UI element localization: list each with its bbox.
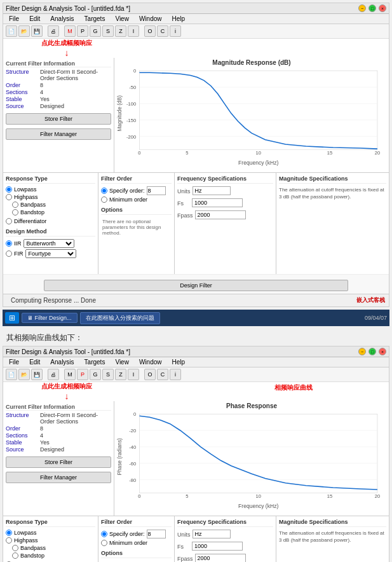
rt-lowpass-radio[interactable]: [6, 186, 12, 193]
b-tb-pole[interactable]: Z: [115, 369, 126, 380]
bottom-minimize-btn[interactable]: −: [358, 348, 366, 355]
svg-text:Phase (radians): Phase (radians): [116, 438, 122, 475]
b-rt-bandpass-radio[interactable]: [12, 545, 18, 551]
tb-coeff[interactable]: C: [157, 25, 168, 37]
b-menu-targets[interactable]: Targets: [83, 358, 107, 366]
b-tb-grp[interactable]: G: [90, 369, 101, 380]
b-tb-step[interactable]: S: [102, 369, 114, 380]
store-filter-btn[interactable]: Store Filter: [6, 113, 111, 125]
b-tb-info[interactable]: i: [170, 369, 181, 380]
taskbar-app[interactable]: 🖥 Filter Design...: [22, 313, 78, 323]
svg-text:5: 5: [186, 494, 188, 500]
b-order-value: 8: [40, 425, 43, 432]
b-menu-window[interactable]: Window: [137, 358, 164, 366]
menu-edit[interactable]: Edit: [27, 15, 42, 23]
b-tb-save[interactable]: 💾: [31, 369, 43, 380]
fo-specify-radio[interactable]: [101, 188, 107, 194]
b-rt-highpass-radio[interactable]: [6, 537, 12, 544]
b-sections-value: 4: [40, 432, 43, 439]
b-tb-new[interactable]: 📄: [6, 369, 17, 380]
tb-new[interactable]: 📄: [6, 25, 17, 37]
b-units-input[interactable]: [193, 530, 231, 538]
b-rt-bandstop-radio[interactable]: [12, 552, 18, 559]
rt-highpass-radio[interactable]: [6, 194, 12, 200]
menu-analysis[interactable]: Analysis: [48, 15, 76, 23]
b-mag-spec-col: Magnitude Specifications The attenuation…: [276, 516, 389, 562]
tb-info[interactable]: i: [170, 25, 181, 37]
tb-save[interactable]: 💾: [31, 25, 43, 37]
b-tb-mag[interactable]: M: [64, 369, 76, 380]
svg-text:0: 0: [138, 494, 140, 500]
filter-design-panel: Response Type Lowpass Highpass Bandpass …: [3, 172, 389, 274]
bottom-titlebar: Filter Design & Analysis Tool - [untitle…: [3, 346, 389, 357]
tb-phase[interactable]: P: [77, 25, 88, 37]
close-btn[interactable]: ×: [379, 4, 386, 12]
tb-impulse[interactable]: I: [128, 25, 139, 37]
rt-bandstop-radio[interactable]: [12, 209, 18, 216]
design-filter-btn[interactable]: Design Filter: [44, 280, 348, 291]
top-chart-panel: Magnitude Response (dB) Magnitude (dB) F…: [114, 58, 389, 172]
b-tb-impulse[interactable]: I: [128, 369, 139, 380]
fo-minimum-radio[interactable]: [101, 196, 107, 203]
b-tb-coeff[interactable]: C: [157, 369, 168, 380]
b-fo-specify-radio[interactable]: [101, 531, 107, 537]
b-tb-open[interactable]: 📂: [18, 369, 30, 380]
fpass-input[interactable]: [195, 210, 246, 219]
fo-order-input[interactable]: [147, 186, 166, 195]
top-annotation: 点此生成幅频响应: [41, 39, 92, 58]
dm-type-select[interactable]: Butterworth Chebyshev I Chebyshev II Ell…: [24, 239, 74, 248]
svg-text:-200: -200: [126, 134, 136, 140]
tb-overlay[interactable]: O: [144, 25, 156, 37]
tb-mag[interactable]: M: [64, 25, 76, 37]
tb-grp[interactable]: G: [90, 25, 101, 37]
b-fo-order-input[interactable]: [147, 530, 166, 538]
b-menu-help[interactable]: Help: [170, 358, 187, 366]
menu-targets[interactable]: Targets: [83, 15, 107, 23]
menu-window[interactable]: Window: [137, 15, 164, 23]
b-rt-lowpass-radio[interactable]: [6, 530, 12, 536]
bottom-close-btn[interactable]: ×: [379, 348, 386, 355]
menu-help[interactable]: Help: [170, 15, 187, 23]
b-store-filter-btn[interactable]: Store Filter: [6, 456, 111, 468]
b-tb-print[interactable]: 🖨: [48, 369, 59, 380]
b-tb-overlay[interactable]: O: [144, 369, 156, 380]
taskbar-time: 09/04/07: [365, 315, 387, 321]
start-button[interactable]: ⊞: [5, 312, 19, 324]
tb-pole[interactable]: Z: [115, 25, 126, 37]
filter-manager-btn[interactable]: Filter Manager: [6, 128, 111, 140]
b-source-label: Source: [6, 446, 37, 453]
minimize-btn[interactable]: −: [358, 4, 366, 12]
fs-input[interactable]: [192, 198, 243, 207]
rt-bandpass-radio[interactable]: [12, 202, 18, 208]
units-input[interactable]: [193, 186, 231, 195]
b-menu-view[interactable]: View: [113, 358, 131, 366]
menu-view[interactable]: View: [113, 15, 131, 23]
dm-fir-select[interactable]: Fourtype: [25, 249, 76, 258]
b-filter-manager-btn[interactable]: Filter Manager: [6, 472, 111, 483]
top-menubar: File Edit Analysis Targets View Window H…: [3, 14, 389, 24]
tb-print[interactable]: 🖨: [48, 25, 59, 37]
tb-step[interactable]: S: [102, 25, 114, 37]
maximize-btn[interactable]: □: [368, 4, 376, 12]
b-tb-phase[interactable]: P: [77, 369, 88, 380]
watermark-top: 嵌入式客栈: [356, 296, 385, 305]
bottom-maximize-btn[interactable]: □: [368, 348, 376, 355]
menu-file[interactable]: File: [7, 15, 21, 23]
b-fpass-input[interactable]: [195, 554, 246, 562]
b-fs-input[interactable]: [192, 542, 243, 551]
rt-diff-radio[interactable]: [6, 218, 12, 224]
svg-text:15: 15: [327, 151, 332, 156]
dm-fir-radio[interactable]: [6, 250, 12, 257]
bottom-menubar: File Edit Analysis Targets View Window H…: [3, 357, 389, 367]
b-menu-analysis[interactable]: Analysis: [48, 358, 76, 366]
dm-iir-radio[interactable]: [6, 240, 12, 247]
b-menu-file[interactable]: File: [7, 358, 21, 366]
b-fo-minimum-radio[interactable]: [101, 540, 107, 546]
bottom-main-panels: Current Filter Information Structure Dir…: [3, 401, 389, 516]
tb-open[interactable]: 📂: [18, 25, 30, 37]
svg-text:-50: -50: [129, 85, 136, 90]
order-label: Order: [6, 82, 37, 88]
b-menu-edit[interactable]: Edit: [27, 358, 42, 366]
bottom-fdatool-window: Filter Design & Analysis Tool - [untitle…: [3, 346, 389, 562]
taskbar-search[interactable]: 在此图框输入分搜索的问题: [80, 312, 160, 324]
